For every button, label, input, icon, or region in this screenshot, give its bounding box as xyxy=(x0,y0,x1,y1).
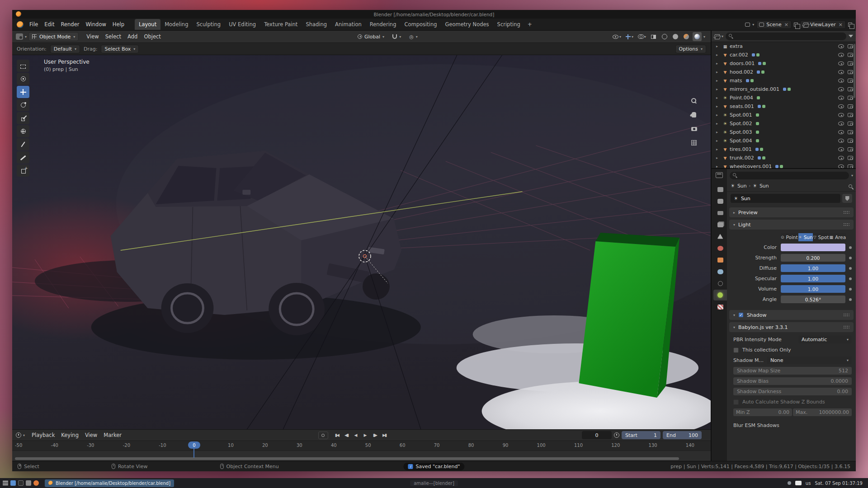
workspace-tab[interactable]: Texture Paint xyxy=(260,19,302,30)
xray-toggle-button[interactable] xyxy=(649,32,658,41)
playhead[interactable]: 0 xyxy=(188,441,200,449)
orientation-dropdown[interactable]: Default ▾ xyxy=(50,45,80,53)
light-type-button[interactable]: Point xyxy=(781,233,798,241)
object-name[interactable]: wheelcovers.001 xyxy=(730,164,772,168)
hide-in-viewport-icon[interactable] xyxy=(838,113,844,117)
tool-button[interactable] xyxy=(17,112,29,124)
properties-tab[interactable] xyxy=(713,196,727,206)
new-scene-icon[interactable] xyxy=(794,23,798,27)
disable-in-render-icon[interactable] xyxy=(848,96,853,100)
show-object-types-button[interactable]: ▾ xyxy=(611,32,623,41)
tool-button[interactable] xyxy=(17,151,29,164)
hide-in-viewport-icon[interactable] xyxy=(838,147,844,151)
preview-range-icon[interactable] xyxy=(614,432,619,438)
workspace-tab[interactable]: Scripting xyxy=(493,19,524,30)
taskbar-clock[interactable]: Sat. 07 Sep 01:37:19 xyxy=(815,481,863,486)
tool-button[interactable] xyxy=(17,60,29,72)
tool-button[interactable] xyxy=(17,125,29,137)
green-box[interactable] xyxy=(579,233,679,398)
transform-orientation-dropdown[interactable]: Global ▾ xyxy=(355,32,387,41)
disable-in-render-icon[interactable] xyxy=(848,61,853,66)
object-name[interactable]: trunk.002 xyxy=(730,155,754,161)
object-name[interactable]: Spot.004 xyxy=(730,138,752,144)
shading-material-button[interactable] xyxy=(682,32,691,41)
shading-wireframe-button[interactable] xyxy=(660,32,669,41)
outliner-scrollbar[interactable] xyxy=(854,44,855,98)
disclosure-arrow-icon[interactable] xyxy=(716,113,721,117)
disclosure-arrow-icon[interactable] xyxy=(716,139,721,143)
file-manager-icon[interactable] xyxy=(10,480,16,486)
light-section-header[interactable]: ▾ Light xyxy=(729,220,854,230)
object-name[interactable]: seats.001 xyxy=(730,103,754,109)
workspace-tab[interactable]: Geometry Nodes xyxy=(441,19,493,30)
properties-search-input[interactable] xyxy=(740,173,846,178)
disable-in-render-icon[interactable] xyxy=(848,53,853,57)
light-type-button[interactable]: Spot xyxy=(813,233,829,241)
shadow-checkbox[interactable] xyxy=(738,312,744,318)
viewport-menu-item[interactable]: View xyxy=(83,32,102,41)
menu-item[interactable]: Edit xyxy=(41,20,57,29)
object-name[interactable]: Spot.001 xyxy=(730,112,752,118)
start-frame-field[interactable]: Start 1 xyxy=(622,431,660,439)
disable-in-render-icon[interactable] xyxy=(848,113,853,117)
disable-in-render-icon[interactable] xyxy=(848,104,853,108)
jump-to-start-button[interactable] xyxy=(333,432,341,439)
unlink-scene-icon[interactable]: × xyxy=(784,22,789,28)
tool-button[interactable] xyxy=(17,99,29,111)
outliner-item[interactable]: hood.002 xyxy=(712,68,856,76)
outliner-item[interactable]: seats.001 xyxy=(712,102,856,111)
timeline-ruler[interactable]: -50-40-30-20-100102030405060708090100110… xyxy=(12,441,711,450)
hide-in-viewport-icon[interactable] xyxy=(838,44,844,48)
disclosure-arrow-icon[interactable] xyxy=(716,44,721,48)
options-dropdown[interactable]: Options ▾ xyxy=(675,45,706,53)
tray-status-icon[interactable] xyxy=(788,481,791,485)
disable-in-render-icon[interactable] xyxy=(848,130,853,134)
play-reverse-button[interactable] xyxy=(352,432,360,439)
jump-to-end-button[interactable] xyxy=(380,432,389,439)
zoom-button[interactable] xyxy=(689,96,699,106)
strength-field[interactable]: 0.200 xyxy=(781,254,845,262)
object-name[interactable]: car.002 xyxy=(730,52,748,58)
object-name[interactable]: doors.001 xyxy=(730,61,755,66)
outliner-item[interactable]: doors.001 xyxy=(712,59,856,68)
hide-in-viewport-icon[interactable] xyxy=(838,122,844,126)
timeline-menu-item[interactable]: Playback xyxy=(28,431,58,440)
volume-field[interactable]: 1.00 xyxy=(781,285,845,293)
timeline-editor-icon[interactable] xyxy=(16,432,21,438)
new-viewlayer-icon[interactable] xyxy=(848,23,852,27)
auto-keying-button[interactable] xyxy=(318,432,328,439)
datablock-name-field[interactable]: ☀ Sun xyxy=(731,194,840,203)
play-button[interactable] xyxy=(361,432,370,439)
outliner-item[interactable]: trunk.002 xyxy=(712,154,856,162)
object-name[interactable]: extra xyxy=(730,43,743,49)
disclosure-arrow-icon[interactable] xyxy=(716,96,721,100)
babylon-section-header[interactable]: ▾ Babylon.js ver 3.3.1 xyxy=(729,322,854,332)
disable-in-render-icon[interactable] xyxy=(848,156,853,160)
end-frame-field[interactable]: End 100 xyxy=(663,431,702,439)
hide-in-viewport-icon[interactable] xyxy=(838,61,844,66)
properties-tab[interactable] xyxy=(713,243,727,253)
current-frame-field[interactable]: 0 xyxy=(582,431,612,439)
menu-item[interactable]: Render xyxy=(58,20,83,29)
hide-in-viewport-icon[interactable] xyxy=(838,87,844,91)
terminal-icon[interactable] xyxy=(18,480,24,486)
timeline-track[interactable] xyxy=(12,450,711,461)
disclosure-arrow-icon[interactable] xyxy=(716,70,721,74)
disclosure-arrow-icon[interactable] xyxy=(716,87,721,91)
menu-item[interactable]: File xyxy=(26,20,41,29)
blender-menu-icon[interactable] xyxy=(17,21,24,28)
outliner-item[interactable]: mirrors_outside.001 xyxy=(712,85,856,94)
timeline-menu-item[interactable]: View xyxy=(82,431,100,440)
object-name[interactable]: mats xyxy=(730,78,742,84)
outliner-editor-icon[interactable] xyxy=(714,34,719,38)
filter-icon[interactable] xyxy=(849,35,853,38)
angle-field[interactable]: 0.526° xyxy=(781,296,845,303)
hide-in-viewport-icon[interactable] xyxy=(838,70,844,74)
timeline-menu-item[interactable]: Marker xyxy=(100,431,125,440)
collection-only-checkbox[interactable] xyxy=(733,347,739,353)
tool-button[interactable] xyxy=(17,164,29,177)
menu-item[interactable]: Help xyxy=(109,20,127,29)
outliner-item[interactable]: Spot.004 xyxy=(712,136,856,145)
viewlayer-selector[interactable]: ViewLayer × xyxy=(800,20,846,29)
properties-tab[interactable] xyxy=(713,231,727,242)
